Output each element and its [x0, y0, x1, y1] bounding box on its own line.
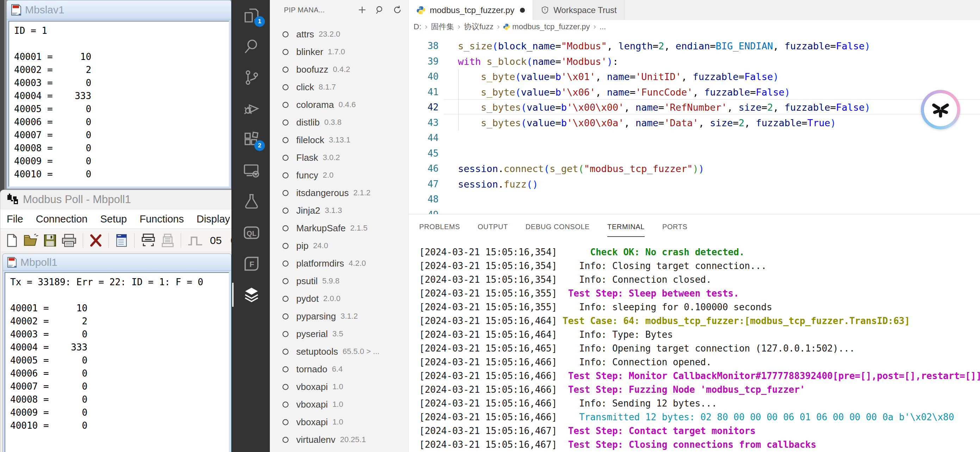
panel-tab-problems[interactable]: PROBLEMS — [419, 214, 460, 239]
package-version: 1.7.0 — [328, 47, 345, 56]
breadcrumb-item[interactable]: modbus_tcp_fuzzer.py — [512, 22, 590, 31]
activity-item-codeql[interactable]: QL — [232, 217, 270, 248]
open-file-icon[interactable] — [23, 234, 39, 247]
pip-manager-icon — [243, 286, 260, 303]
mbpoll-registers[interactable]: Tx = 33189: Err = 22: ID = 1: F = 0 4000… — [5, 272, 229, 452]
package-row[interactable]: vboxapi1.0 — [270, 413, 408, 431]
modbus-poll-window[interactable]: Modbus Poll - Mbpoll1 FileConnectionSetu… — [0, 190, 231, 452]
package-name: pyserial — [296, 329, 328, 340]
activity-item-search[interactable] — [232, 31, 270, 62]
mbslav-titlebar[interactable]: Mbslav1 — [7, 0, 231, 19]
panel-tab-output[interactable]: OUTPUT — [478, 214, 508, 239]
activity-item-source-control[interactable] — [232, 62, 270, 93]
package-version: 2.0 — [323, 171, 334, 180]
mbpoll-window[interactable]: Mbpoll1 Tx = 33189: Err = 22: ID = 1: F … — [2, 254, 231, 452]
menu-item-functions[interactable]: Functions — [140, 213, 184, 225]
package-row[interactable]: click8.1.7 — [270, 78, 408, 96]
package-version: 3.13.1 — [329, 136, 350, 145]
print-icon[interactable] — [61, 234, 77, 247]
terminal-line: [2024-03-21 15:05:16,466] Info: Sending … — [419, 397, 980, 410]
toolbar-function-05[interactable]: 05 — [208, 235, 224, 246]
panel-tab-terminal[interactable]: TERMINAL — [607, 214, 644, 239]
package-row[interactable]: vboxapi1.0 — [270, 378, 408, 396]
pulse-icon[interactable] — [187, 234, 203, 247]
package-row[interactable]: funcy2.0 — [270, 166, 408, 184]
package-row[interactable]: pip24.0 — [270, 237, 408, 254]
package-row[interactable]: Werkzeug3.0.1 — [270, 449, 408, 452]
package-row[interactable]: distlib0.3.8 — [270, 113, 408, 131]
breadcrumb-item[interactable]: D: — [414, 22, 421, 31]
package-row[interactable]: pyparsing3.1.2 — [270, 307, 408, 325]
shield-icon — [541, 6, 549, 14]
new-file-icon[interactable] — [5, 233, 19, 248]
code-line: session.connect(s_get("modbus_tcp_fuzzer… — [409, 161, 980, 177]
add-package-icon[interactable] — [355, 3, 369, 17]
breadcrumb[interactable]: D:›固件集›协议fuzz›modbus_tcp_fuzzer.py›... — [409, 20, 980, 34]
breadcrumb-item[interactable]: ... — [600, 22, 606, 31]
package-row[interactable]: colorama0.4.6 — [270, 96, 408, 113]
ai-assistant-logo[interactable] — [921, 90, 960, 129]
package-row[interactable]: psutil5.9.8 — [270, 272, 408, 290]
package-row[interactable]: attrs23.2.0 — [270, 26, 408, 43]
activity-item-testing[interactable] — [232, 186, 270, 217]
breadcrumb-item[interactable]: 协议fuzz — [464, 21, 493, 32]
menu-item-file[interactable]: File — [7, 213, 23, 225]
document-icon — [7, 257, 17, 268]
terminal-output[interactable]: [2024-03-21 15:05:16,354] Check OK: No c… — [419, 245, 980, 452]
communication-traffic-icon[interactable] — [140, 233, 156, 248]
panel-tab-debug-console[interactable]: DEBUG CONSOLE — [526, 214, 590, 239]
activity-item-explorer[interactable]: 1 — [232, 0, 270, 31]
panel-tab-ports[interactable]: PORTS — [662, 214, 687, 239]
mbpoll-titlebar[interactable]: Mbpoll1 — [3, 254, 231, 271]
menu-item-setup[interactable]: Setup — [100, 213, 127, 225]
menu-item-connection[interactable]: Connection — [36, 213, 88, 225]
package-row[interactable]: pydot2.0.0 — [270, 290, 408, 307]
package-row[interactable]: platformdirs4.2.0 — [270, 254, 408, 272]
package-row[interactable]: setuptools65.5.0 > ... — [270, 343, 408, 360]
activity-item-pip-manager[interactable] — [232, 279, 270, 310]
package-version: 1.0 — [332, 417, 344, 426]
activity-item-f-extension[interactable]: F — [232, 248, 270, 279]
modbus-poll-toolbar: 050615 — [0, 229, 231, 252]
package-version: 6.4 — [332, 364, 343, 374]
activity-bar: 12QLF — [231, 0, 270, 452]
save-icon[interactable] — [43, 234, 57, 247]
editor-region: modbus_tcp_fuzzer.pyWorkspace Trust D:›固… — [409, 0, 980, 452]
package-row[interactable]: MarkupSafe2.1.5 — [270, 219, 408, 237]
package-row[interactable]: blinker1.7.0 — [270, 43, 408, 61]
activity-item-extensions[interactable]: 2 — [232, 124, 270, 155]
search-icon[interactable] — [373, 3, 387, 17]
package-row[interactable]: pyserial3.5 — [270, 325, 408, 343]
menu-item-display[interactable]: Display — [197, 213, 230, 225]
package-row[interactable]: tornado6.4 — [270, 360, 408, 378]
package-row[interactable]: filelock3.13.1 — [270, 131, 408, 149]
package-row[interactable]: itsdangerous2.1.2 — [270, 184, 408, 202]
package-name: vboxapi — [296, 399, 328, 410]
toolbar-function-06[interactable]: 06 — [228, 235, 231, 246]
package-row[interactable]: Flask3.0.2 — [270, 149, 408, 166]
register-line: 40007 = 0 — [10, 380, 229, 393]
package-version: 3.0.2 — [323, 153, 340, 162]
mbslav-window[interactable]: Mbslav1 ID = 1 40001 = 1040002 = 240003 … — [6, 0, 231, 189]
package-row[interactable]: vboxapi1.0 — [270, 396, 408, 413]
package-version: 4.2.0 — [349, 259, 366, 268]
package-row[interactable]: Jinja23.1.3 — [270, 202, 408, 219]
modbus-poll-titlebar[interactable]: Modbus Poll - Mbpoll1 — [0, 190, 231, 209]
tab-modbus-tcp-fuzzer-py[interactable]: modbus_tcp_fuzzer.py — [409, 0, 533, 20]
poll-definition-icon[interactable] — [161, 233, 175, 248]
register-line: 40006 = 0 — [10, 367, 229, 380]
delete-icon[interactable] — [89, 234, 102, 247]
activity-item-remote-explorer[interactable] — [232, 155, 270, 186]
display-setup-icon[interactable] — [115, 233, 128, 248]
tab-workspace-trust[interactable]: Workspace Trust — [533, 0, 625, 20]
activity-item-run-and-debug[interactable] — [232, 93, 270, 124]
breadcrumb-item[interactable]: 固件集 — [431, 21, 454, 32]
code-line: s_byte(value=b'\x01', name='UnitID', fuz… — [409, 69, 980, 85]
panel-tab-bar: PROBLEMSOUTPUTDEBUG CONSOLETERMINALPORTS — [419, 214, 980, 239]
package-version: 3.5 — [332, 329, 344, 339]
mbslav-registers[interactable]: ID = 1 40001 = 1040002 = 240003 = 040004… — [8, 21, 229, 187]
package-row[interactable]: virtualenv20.25.1 — [270, 431, 408, 449]
code-editor[interactable]: 38s_size(block_name="Modbus", length=2, … — [409, 34, 980, 214]
refresh-icon[interactable] — [391, 3, 404, 17]
package-row[interactable]: boofuzz0.4.2 — [270, 61, 408, 78]
